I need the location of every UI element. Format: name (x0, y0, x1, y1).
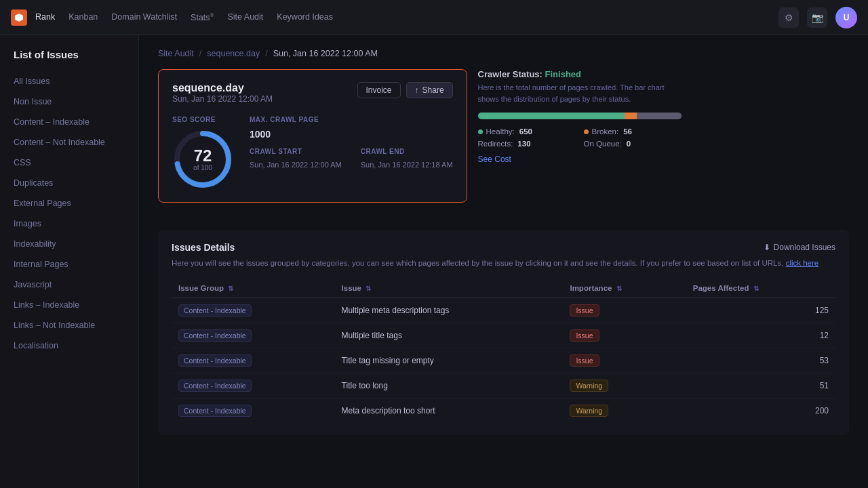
cell-importance: Warning (563, 399, 686, 424)
crawler-desc: Here is the total number of pages crawle… (478, 82, 682, 104)
share-icon: ↑ (415, 85, 419, 95)
sidebar-item-links-not-indexable[interactable]: Links – Not Indexable (0, 315, 138, 336)
cell-issue-group: Content - Indexable (172, 399, 335, 424)
sidebar-item-content-indexable[interactable]: Content – Indexable (0, 112, 138, 132)
sort-icon-issue: ⇅ (366, 285, 371, 292)
sidebar-item-all-issues[interactable]: All Issues (0, 71, 138, 92)
crawl-end-value: Sun, Jan 16 2022 12:18 AM (361, 161, 453, 169)
breadcrumb-domain[interactable]: sequence.day (207, 49, 260, 58)
sort-icon-pages: ⇅ (753, 285, 759, 292)
healthy-stat: Healthy: 650 (478, 127, 576, 136)
th-issue-group[interactable]: Issue Group ⇅ (172, 279, 335, 298)
max-crawl-stat: MAX. CRAWL PAGE 1000 (250, 116, 342, 140)
issues-table: Issue Group ⇅ Issue ⇅ Importance ⇅ Pag (172, 279, 835, 423)
sidebar-item-content-not-indexable[interactable]: Content – Not Indexable (0, 132, 138, 152)
audit-card: sequence.day Sun, Jan 16 2022 12:00 AM I… (158, 69, 467, 203)
audit-site-name: sequence.day (172, 82, 273, 94)
cell-issue-group: Content - Indexable (172, 323, 335, 348)
healthy-label: Healthy: (486, 127, 515, 136)
table-row[interactable]: Content - Indexable Multiple title tags … (172, 323, 835, 348)
issues-title: Issues Details (172, 242, 235, 253)
redirects-label: Redirects: (478, 140, 513, 148)
max-crawl-value: 1000 (250, 129, 342, 140)
breadcrumb-date: Sun, Jan 16 2022 12:00 AM (273, 49, 378, 58)
nav-kanban[interactable]: Kanban (68, 12, 98, 22)
cell-importance: Warning (563, 373, 686, 399)
crawl-start-label: CRAWL START (250, 148, 342, 155)
th-pages-affected[interactable]: Pages Affected ⇅ (686, 279, 835, 298)
app-logo (11, 9, 27, 26)
onqueue-value: 0 (627, 140, 631, 148)
table-row[interactable]: Content - Indexable Meta description too… (172, 399, 835, 424)
main-content: Site Audit / sequence.day / Sun, Jan 16 … (139, 35, 868, 488)
settings-button[interactable]: ⚙ (778, 7, 799, 28)
progress-rest (637, 113, 682, 119)
healthy-dot (478, 129, 483, 134)
user-avatar[interactable]: U (835, 7, 857, 28)
table-row[interactable]: Content - Indexable Title tag missing or… (172, 348, 835, 373)
redirects-value: 130 (517, 140, 530, 148)
issues-tbody: Content - Indexable Multiple meta descri… (172, 298, 835, 424)
cell-importance: Issue (563, 348, 686, 373)
cell-issue-name: Title tag missing or empty (335, 348, 564, 373)
onqueue-stat: On Queue: 0 (584, 140, 682, 148)
redirects-stat: Redirects: 130 (478, 140, 576, 148)
crawler-stats: Healthy: 650 Broken: 56 Redirects: 130 O… (478, 127, 682, 148)
nav-rank[interactable]: Rank (35, 12, 55, 22)
cell-issue-name: Title too long (335, 373, 564, 399)
sidebar-item-internal-pages[interactable]: Internal Pages (0, 254, 138, 274)
invoice-button[interactable]: Invoice (357, 82, 401, 98)
sidebar-item-images[interactable]: Images (0, 214, 138, 234)
share-button[interactable]: ↑ Share (406, 82, 453, 98)
camera-button[interactable]: 📷 (807, 7, 827, 28)
nav-site-audit[interactable]: Site Audit (228, 12, 264, 22)
nav-domain-watchlist[interactable]: Domain Watchlist (111, 12, 177, 22)
cell-issue-group: Content - Indexable (172, 373, 335, 399)
table-row[interactable]: Content - Indexable Multiple meta descri… (172, 298, 835, 323)
sort-icon-importance: ⇅ (616, 285, 622, 292)
sidebar-item-external-pages[interactable]: External Pages (0, 193, 138, 214)
sidebar-item-javascript[interactable]: Javascript (0, 274, 138, 295)
sidebar-title: List of Issues (0, 49, 138, 71)
sidebar: List of Issues All Issues Non Issue Cont… (0, 35, 139, 488)
progress-bar (478, 113, 682, 119)
gauge-container: SEO SCORE 72 of 100 (172, 116, 233, 190)
gauge-center: 72 of 100 (193, 148, 212, 171)
download-issues-button[interactable]: ⬇ Download Issues (764, 243, 835, 252)
cell-pages-affected: 125 (686, 298, 835, 323)
seo-score-of: of 100 (193, 164, 212, 171)
breadcrumb-site-audit[interactable]: Site Audit (158, 49, 194, 58)
table-row[interactable]: Content - Indexable Title too long Warni… (172, 373, 835, 399)
cell-pages-affected: 53 (686, 348, 835, 373)
sidebar-item-css[interactable]: CSS (0, 152, 138, 173)
sidebar-item-links-indexable[interactable]: Links – Indexable (0, 295, 138, 315)
crawler-status-value: Finished (545, 69, 581, 79)
broken-stat: Broken: 56 (584, 127, 682, 136)
max-crawl-label: MAX. CRAWL PAGE (250, 116, 342, 123)
sidebar-item-indexability[interactable]: Indexability (0, 234, 138, 254)
breadcrumb-sep-2: / (265, 49, 267, 58)
table-header: Issue Group ⇅ Issue ⇅ Importance ⇅ Pag (172, 279, 835, 298)
cell-pages-affected: 200 (686, 399, 835, 424)
sidebar-item-duplicates[interactable]: Duplicates (0, 173, 138, 193)
sidebar-item-localisation[interactable]: Localisation (0, 336, 138, 356)
nav-stats[interactable]: Stats® (191, 12, 214, 22)
progress-healthy (478, 113, 625, 119)
broken-dot (584, 129, 589, 134)
see-cost-link[interactable]: See Cost (478, 155, 682, 164)
th-issue[interactable]: Issue ⇅ (335, 279, 564, 298)
seo-score-value: 72 (193, 148, 212, 164)
audit-card-actions: Invoice ↑ Share (357, 82, 453, 98)
crawler-title: Crawler Status: Finished (478, 69, 682, 79)
crawl-end-label: CRAWL END (361, 148, 453, 155)
breadcrumb: Site Audit / sequence.day / Sun, Jan 16 … (158, 49, 849, 58)
breadcrumb-sep-1: / (199, 49, 201, 58)
layout: List of Issues All Issues Non Issue Cont… (0, 35, 868, 488)
sidebar-item-non-issue[interactable]: Non Issue (0, 92, 138, 112)
th-importance[interactable]: Importance ⇅ (563, 279, 686, 298)
cell-issue-group: Content - Indexable (172, 348, 335, 373)
nav-keyword-ideas[interactable]: Keyword Ideas (277, 12, 333, 22)
audit-site-header: sequence.day Sun, Jan 16 2022 12:00 AM I… (172, 82, 453, 113)
cell-importance: Issue (563, 298, 686, 323)
click-here-link[interactable]: click here (786, 259, 819, 267)
